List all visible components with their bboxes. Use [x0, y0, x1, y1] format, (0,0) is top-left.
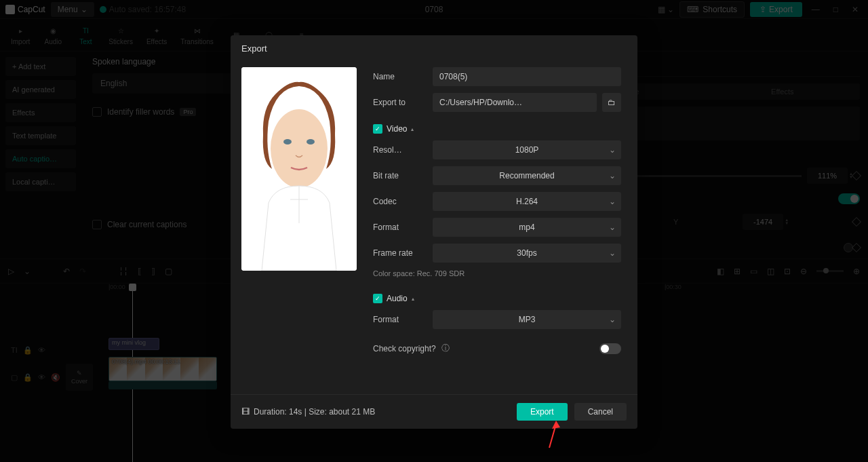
face-portrait — [241, 67, 357, 271]
format-dropdown[interactable]: mp4 — [433, 218, 621, 237]
audio-section-checkbox[interactable]: ✓ — [373, 294, 382, 303]
audio-format-label: Format — [373, 315, 427, 324]
caret-up-icon-2[interactable]: ▴ — [412, 296, 414, 302]
format-label: Format — [373, 223, 427, 232]
export-confirm-button[interactable]: Export — [517, 403, 568, 421]
cover-preview: ✎ Edit cover — [241, 67, 357, 271]
film-icon: 🎞 — [241, 407, 250, 417]
folder-icon: 🗀 — [608, 98, 616, 107]
video-section-label: Video — [387, 124, 407, 134]
resolution-label: Resol… — [373, 145, 427, 155]
codec-dropdown[interactable]: H.264 — [433, 192, 621, 211]
annotation-arrow — [542, 421, 570, 455]
name-label: Name — [373, 72, 427, 81]
video-section-checkbox[interactable]: ✓ — [373, 124, 382, 134]
svg-point-1 — [271, 109, 328, 188]
export-to-label: Export to — [373, 98, 427, 107]
bitrate-label: Bit rate — [373, 171, 427, 180]
audio-section-label: Audio — [387, 294, 408, 303]
codec-label: Codec — [373, 197, 427, 206]
check-copyright-label: Check copyright? — [373, 344, 436, 353]
resolution-dropdown[interactable]: 1080P — [433, 140, 621, 159]
svg-point-2 — [283, 139, 292, 145]
cancel-button[interactable]: Cancel — [574, 403, 627, 421]
framerate-dropdown[interactable]: 30fps — [433, 244, 621, 263]
svg-point-3 — [307, 139, 315, 145]
bitrate-dropdown[interactable]: Recommended — [433, 166, 621, 185]
export-to-input[interactable]: C:/Users/HP/Downlo… — [433, 93, 597, 112]
export-modal: Export ✎ Edit cover — [231, 35, 637, 429]
footer-info: Duration: 14s | Size: about 21 MB — [254, 407, 375, 417]
modal-title: Export — [231, 35, 637, 62]
colorspace-info: Color space: Rec. 709 SDR — [373, 269, 621, 277]
audio-format-dropdown[interactable]: MP3 — [433, 310, 621, 329]
browse-folder-button[interactable]: 🗀 — [602, 93, 621, 112]
info-icon[interactable]: ⓘ — [441, 343, 450, 354]
name-input[interactable]: 0708(5) — [433, 67, 621, 86]
svg-marker-5 — [552, 421, 560, 429]
check-copyright-toggle[interactable] — [599, 343, 621, 354]
framerate-label: Frame rate — [373, 248, 427, 258]
caret-up-icon[interactable]: ▴ — [411, 126, 414, 132]
